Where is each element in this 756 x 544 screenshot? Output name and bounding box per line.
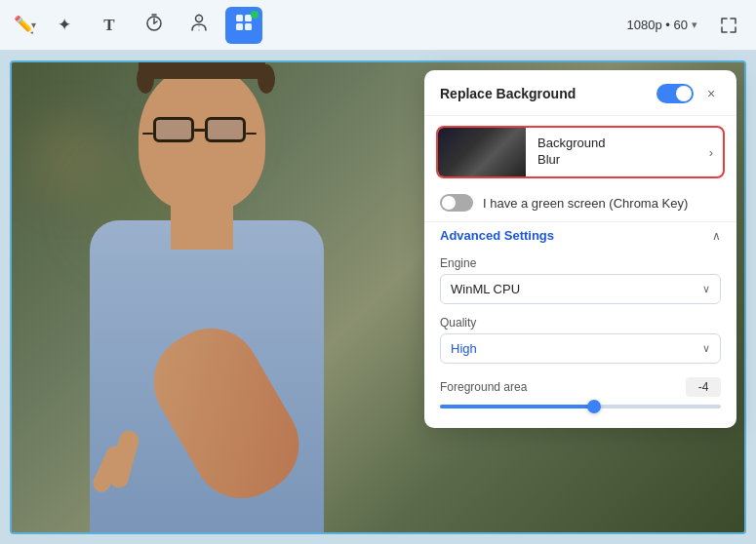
background-blur-chevron-icon: › <box>709 145 723 160</box>
advanced-settings-header[interactable]: Advanced Settings ∧ <box>424 221 736 251</box>
quality-dropdown[interactable]: High ∨ <box>440 333 721 364</box>
effects-tool-button[interactable] <box>225 7 262 44</box>
replace-background-panel: Replace Background × Background Blur › I… <box>424 70 736 428</box>
toolbar: ✏️ ▾ ✦ T <box>0 0 756 51</box>
green-screen-row: I have a green screen (Chroma Key) <box>424 188 736 221</box>
pen-dropdown-arrow[interactable]: ▾ <box>31 19 36 30</box>
foreground-slider-thumb[interactable] <box>587 400 601 413</box>
person-icon <box>189 13 209 37</box>
svg-rect-9 <box>245 23 252 30</box>
magic-icon: ✦ <box>58 15 71 35</box>
background-blur-item[interactable]: Background Blur › <box>436 126 725 178</box>
quality-field-group: Quality High ∨ <box>424 310 736 369</box>
panel-title: Replace Background <box>440 86 576 101</box>
background-blur-preview <box>438 128 526 176</box>
advanced-settings-title: Advanced Settings <box>440 228 554 243</box>
quality-dropdown-chevron-icon: ∨ <box>702 342 710 355</box>
timer-tool-button[interactable] <box>136 7 173 44</box>
green-screen-toggle[interactable] <box>440 194 473 212</box>
foreground-area-value: -4 <box>686 377 721 397</box>
foreground-slider-fill <box>440 405 594 408</box>
foreground-area-group: Foreground area -4 <box>424 369 736 412</box>
svg-rect-8 <box>236 23 243 30</box>
foreground-area-label: Foreground area <box>440 380 527 394</box>
magic-tool-button[interactable]: ✦ <box>46 7 83 44</box>
engine-label: Engine <box>440 256 721 270</box>
engine-field-group: Engine WinML CPU ∨ <box>424 251 736 310</box>
pen-tool-button[interactable]: ✏️ ▾ <box>12 7 38 44</box>
panel-header: Replace Background × <box>424 70 736 116</box>
resolution-label: 1080p • 60 <box>627 18 688 32</box>
engine-value: WinML CPU <box>451 282 520 296</box>
replace-background-toggle[interactable] <box>657 84 694 103</box>
quality-label: Quality <box>440 316 721 330</box>
engine-dropdown[interactable]: WinML CPU ∨ <box>440 274 721 304</box>
foreground-header: Foreground area -4 <box>440 377 721 397</box>
timer-icon <box>144 13 164 37</box>
main-content-area: Replace Background × Background Blur › I… <box>0 51 756 544</box>
active-dot <box>251 11 259 19</box>
svg-rect-6 <box>236 15 243 21</box>
resolution-selector[interactable]: 1080p • 60 ▾ <box>619 14 705 36</box>
green-screen-label: I have a green screen (Chroma Key) <box>483 196 688 211</box>
engine-dropdown-chevron-icon: ∨ <box>702 283 710 295</box>
advanced-settings-chevron-icon: ∧ <box>712 229 721 243</box>
text-tool-button[interactable]: T <box>91 7 128 44</box>
resolution-chevron-icon: ▾ <box>692 19 697 31</box>
text-icon: T <box>103 16 114 35</box>
panel-header-controls: × <box>657 84 721 103</box>
person-tool-button[interactable] <box>180 7 218 44</box>
close-button[interactable]: × <box>701 84 721 103</box>
foreground-slider-track <box>440 405 721 408</box>
background-blur-label: Background Blur <box>526 136 709 169</box>
quality-value: High <box>451 341 477 356</box>
fullscreen-button[interactable] <box>713 10 744 41</box>
